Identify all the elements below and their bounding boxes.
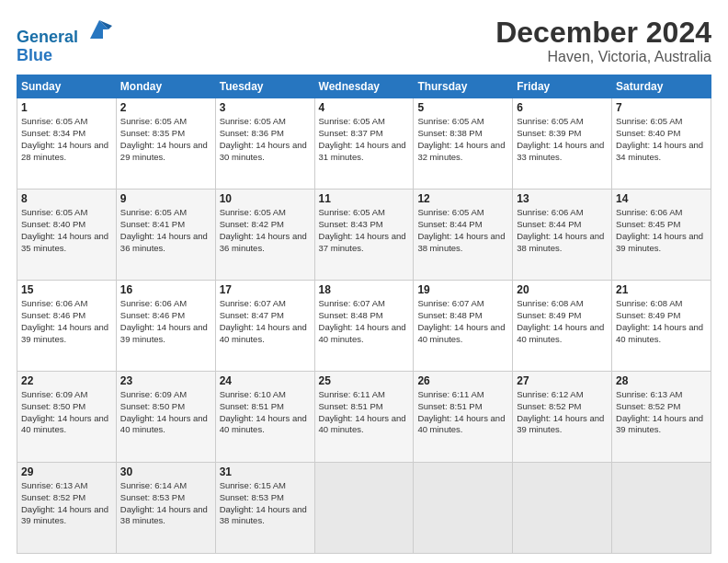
day-number: 2 (120, 101, 211, 114)
calendar-cell: 28 Sunrise: 6:13 AM Sunset: 8:52 PM Dayl… (612, 372, 711, 463)
calendar-cell: 4 Sunrise: 6:05 AM Sunset: 8:37 PM Dayli… (314, 98, 414, 190)
day-number: 27 (517, 374, 608, 387)
calendar-cell: 20 Sunrise: 6:08 AM Sunset: 8:49 PM Dayl… (513, 281, 612, 372)
day-info: Sunrise: 6:05 AM Sunset: 8:40 PM Dayligh… (616, 116, 707, 163)
weekday-header-sunday: Sunday (17, 75, 117, 98)
calendar-cell: 15 Sunrise: 6:06 AM Sunset: 8:46 PM Dayl… (17, 281, 117, 372)
calendar-cell (414, 463, 513, 554)
day-info: Sunrise: 6:08 AM Sunset: 8:49 PM Dayligh… (517, 298, 608, 345)
weekday-header-monday: Monday (116, 75, 215, 98)
calendar-cell (513, 463, 612, 554)
calendar-cell: 21 Sunrise: 6:08 AM Sunset: 8:49 PM Dayl… (612, 281, 711, 372)
calendar-cell: 5 Sunrise: 6:05 AM Sunset: 8:38 PM Dayli… (414, 98, 513, 190)
day-info: Sunrise: 6:06 AM Sunset: 8:46 PM Dayligh… (21, 298, 112, 345)
header: General Blue December 2024 Haven, Victor… (17, 17, 711, 65)
day-info: Sunrise: 6:05 AM Sunset: 8:36 PM Dayligh… (220, 116, 311, 163)
day-info: Sunrise: 6:06 AM Sunset: 8:46 PM Dayligh… (120, 298, 211, 345)
day-info: Sunrise: 6:05 AM Sunset: 8:40 PM Dayligh… (21, 207, 112, 254)
day-number: 6 (517, 101, 608, 114)
logo-icon (86, 17, 112, 42)
calendar-cell (612, 463, 711, 554)
page: General Blue December 2024 Haven, Victor… (0, 0, 728, 563)
day-number: 14 (616, 192, 707, 205)
weekday-header-saturday: Saturday (612, 75, 711, 98)
calendar-cell: 17 Sunrise: 6:07 AM Sunset: 8:47 PM Dayl… (215, 281, 314, 372)
calendar-cell: 16 Sunrise: 6:06 AM Sunset: 8:46 PM Dayl… (116, 281, 215, 372)
day-number: 24 (220, 374, 311, 387)
day-number: 5 (417, 101, 508, 114)
calendar-cell: 22 Sunrise: 6:09 AM Sunset: 8:50 PM Dayl… (17, 372, 117, 463)
day-info: Sunrise: 6:05 AM Sunset: 8:39 PM Dayligh… (517, 116, 608, 163)
calendar-cell: 9 Sunrise: 6:05 AM Sunset: 8:41 PM Dayli… (116, 190, 215, 281)
day-info: Sunrise: 6:09 AM Sunset: 8:50 PM Dayligh… (21, 389, 112, 436)
calendar-cell: 27 Sunrise: 6:12 AM Sunset: 8:52 PM Dayl… (513, 372, 612, 463)
weekday-header-wednesday: Wednesday (314, 75, 414, 98)
day-info: Sunrise: 6:13 AM Sunset: 8:52 PM Dayligh… (21, 480, 112, 527)
calendar-cell: 18 Sunrise: 6:07 AM Sunset: 8:48 PM Dayl… (314, 281, 414, 372)
day-number: 26 (417, 374, 508, 387)
day-number: 4 (319, 101, 410, 114)
logo-blue: Blue (17, 47, 112, 65)
location-title: Haven, Victoria, Australia (495, 49, 711, 65)
calendar-cell: 19 Sunrise: 6:07 AM Sunset: 8:48 PM Dayl… (414, 281, 513, 372)
day-number: 20 (517, 283, 608, 296)
title-block: December 2024 Haven, Victoria, Australia (495, 17, 711, 65)
day-number: 15 (21, 283, 112, 296)
day-number: 23 (120, 374, 211, 387)
day-info: Sunrise: 6:05 AM Sunset: 8:35 PM Dayligh… (120, 116, 211, 163)
day-number: 28 (616, 374, 707, 387)
day-number: 1 (21, 101, 112, 114)
calendar-cell: 8 Sunrise: 6:05 AM Sunset: 8:40 PM Dayli… (17, 190, 117, 281)
day-number: 16 (120, 283, 211, 296)
day-number: 21 (616, 283, 707, 296)
day-info: Sunrise: 6:05 AM Sunset: 8:37 PM Dayligh… (319, 116, 410, 163)
calendar-cell: 10 Sunrise: 6:05 AM Sunset: 8:42 PM Dayl… (215, 190, 314, 281)
calendar-cell: 13 Sunrise: 6:06 AM Sunset: 8:44 PM Dayl… (513, 190, 612, 281)
day-number: 12 (417, 192, 508, 205)
day-info: Sunrise: 6:07 AM Sunset: 8:47 PM Dayligh… (220, 298, 311, 345)
day-number: 17 (220, 283, 311, 296)
day-info: Sunrise: 6:06 AM Sunset: 8:44 PM Dayligh… (517, 207, 608, 254)
calendar-cell: 7 Sunrise: 6:05 AM Sunset: 8:40 PM Dayli… (612, 98, 711, 190)
weekday-header-tuesday: Tuesday (215, 75, 314, 98)
day-info: Sunrise: 6:05 AM Sunset: 8:43 PM Dayligh… (319, 207, 410, 254)
day-number: 10 (220, 192, 311, 205)
day-info: Sunrise: 6:05 AM Sunset: 8:41 PM Dayligh… (120, 207, 211, 254)
day-info: Sunrise: 6:13 AM Sunset: 8:52 PM Dayligh… (616, 389, 707, 436)
day-number: 25 (319, 374, 410, 387)
day-number: 13 (517, 192, 608, 205)
day-number: 22 (21, 374, 112, 387)
weekday-header-thursday: Thursday (414, 75, 513, 98)
calendar-cell: 31 Sunrise: 6:15 AM Sunset: 8:53 PM Dayl… (215, 463, 314, 554)
day-info: Sunrise: 6:05 AM Sunset: 8:44 PM Dayligh… (417, 207, 508, 254)
logo-general: General (17, 28, 78, 46)
calendar-cell: 29 Sunrise: 6:13 AM Sunset: 8:52 PM Dayl… (17, 463, 117, 554)
calendar-cell: 3 Sunrise: 6:05 AM Sunset: 8:36 PM Dayli… (215, 98, 314, 190)
calendar-cell (314, 463, 414, 554)
day-number: 8 (21, 192, 112, 205)
calendar-table: SundayMondayTuesdayWednesdayThursdayFrid… (17, 75, 711, 554)
day-number: 18 (319, 283, 410, 296)
day-number: 31 (220, 465, 311, 478)
calendar-cell: 23 Sunrise: 6:09 AM Sunset: 8:50 PM Dayl… (116, 372, 215, 463)
weekday-header-friday: Friday (513, 75, 612, 98)
calendar-cell: 14 Sunrise: 6:06 AM Sunset: 8:45 PM Dayl… (612, 190, 711, 281)
calendar-cell: 6 Sunrise: 6:05 AM Sunset: 8:39 PM Dayli… (513, 98, 612, 190)
day-info: Sunrise: 6:08 AM Sunset: 8:49 PM Dayligh… (616, 298, 707, 345)
day-number: 19 (417, 283, 508, 296)
logo: General Blue (17, 20, 112, 65)
day-info: Sunrise: 6:12 AM Sunset: 8:52 PM Dayligh… (517, 389, 608, 436)
day-info: Sunrise: 6:11 AM Sunset: 8:51 PM Dayligh… (319, 389, 410, 436)
day-info: Sunrise: 6:05 AM Sunset: 8:34 PM Dayligh… (21, 116, 112, 163)
day-number: 30 (120, 465, 211, 478)
calendar-cell: 11 Sunrise: 6:05 AM Sunset: 8:43 PM Dayl… (314, 190, 414, 281)
calendar-cell: 26 Sunrise: 6:11 AM Sunset: 8:51 PM Dayl… (414, 372, 513, 463)
day-info: Sunrise: 6:11 AM Sunset: 8:51 PM Dayligh… (417, 389, 508, 436)
day-number: 3 (220, 101, 311, 114)
day-number: 11 (319, 192, 410, 205)
day-number: 7 (616, 101, 707, 114)
day-info: Sunrise: 6:05 AM Sunset: 8:38 PM Dayligh… (417, 116, 508, 163)
day-info: Sunrise: 6:10 AM Sunset: 8:51 PM Dayligh… (220, 389, 311, 436)
calendar-cell: 1 Sunrise: 6:05 AM Sunset: 8:34 PM Dayli… (17, 98, 117, 190)
day-info: Sunrise: 6:15 AM Sunset: 8:53 PM Dayligh… (220, 480, 311, 527)
